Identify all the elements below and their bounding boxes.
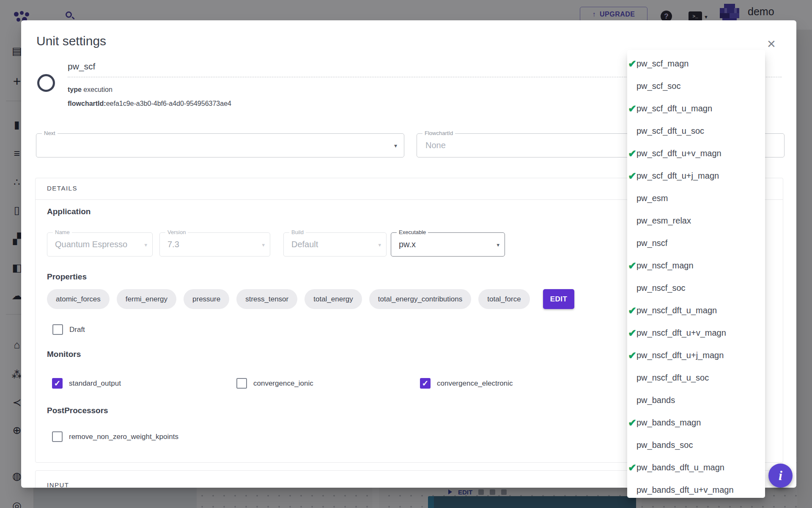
details-section-label: DETAILS	[47, 185, 77, 192]
check-icon: ✔	[628, 148, 636, 160]
postprocessor-label: remove_non_zero_weight_kpoints	[69, 433, 178, 441]
checkbox-checked-icon[interactable]: ✓	[420, 378, 431, 389]
menu-item[interactable]: ✔pw_scf_dft_u_magn	[627, 97, 765, 120]
unit-type-row: type execution	[68, 86, 112, 94]
menu-item-label: pw_scf_dft_u+v_magn	[636, 149, 721, 158]
flowchartid-value: eefa1c9e-a3b0-4bf6-a4d0-954956373ae4	[106, 100, 231, 107]
menu-item[interactable]: pw_esm	[627, 187, 765, 210]
property-chip[interactable]: total_energy	[304, 289, 362, 309]
menu-item[interactable]: ✔pw_scf_magn	[627, 52, 765, 75]
menu-item-label: pw_nscf_magn	[636, 261, 694, 271]
menu-item[interactable]: pw_nscf_dft_u_soc	[627, 367, 765, 389]
check-icon: ✔	[628, 417, 636, 429]
flowchartid-field-label: FlowchartId	[422, 130, 455, 136]
chevron-down-icon: ▾	[144, 242, 147, 248]
monitor-convergence-electronic[interactable]: ✓ convergence_electronic	[420, 378, 513, 389]
executable-value: pw.x	[399, 240, 416, 249]
menu-item[interactable]: pw_scf_soc	[627, 75, 765, 97]
menu-item-label: pw_bands_dft_u+v_magn	[636, 485, 734, 495]
menu-item[interactable]: ✔pw_nscf_dft_u+v_magn	[627, 322, 765, 344]
menu-item-label: pw_scf_dft_u+j_magn	[636, 171, 719, 181]
info-fab[interactable]: i	[768, 464, 793, 488]
menu-item-label: pw_bands_soc	[636, 440, 693, 450]
menu-item-label: pw_scf_soc	[636, 81, 681, 91]
build-label: Build	[289, 229, 306, 235]
checkbox-unchecked-icon[interactable]	[52, 324, 63, 335]
property-chip[interactable]: total_force	[478, 289, 529, 309]
menu-item[interactable]: ✔pw_nscf_dft_u_magn	[627, 299, 765, 322]
menu-item-label: pw_nscf_dft_u+j_magn	[636, 351, 724, 360]
application-version-select[interactable]: Version 7.3 ▾	[159, 232, 270, 257]
menu-item[interactable]: ✔pw_scf_dft_u+v_magn	[627, 142, 765, 165]
menu-item-label: pw_nscf	[636, 238, 667, 248]
flowchartid-field-value: None	[425, 141, 446, 150]
menu-item[interactable]: pw_nscf	[627, 232, 765, 254]
menu-item-label: pw_bands	[636, 395, 675, 405]
screen: ↑ UPGRADE ? >_ ▼ demo ▤ + ▮ ≡ ∴ ▯ ▞ ◧ ☁ …	[0, 0, 812, 508]
version-value: 7.3	[167, 240, 179, 249]
menu-item-label: pw_nscf_dft_u+v_magn	[636, 328, 726, 338]
check-icon: ✔	[628, 327, 636, 339]
check-icon: ✔	[628, 350, 636, 362]
unit-name: pw_scf	[68, 61, 95, 72]
menu-item-label: pw_esm_relax	[636, 216, 691, 226]
application-build-select[interactable]: Build Default ▾	[283, 232, 387, 257]
menu-item[interactable]: ✔pw_scf_dft_u+j_magn	[627, 165, 765, 187]
chevron-down-icon: ▾	[378, 242, 381, 248]
page-title: Unit settings	[36, 34, 106, 48]
monitor-label: standard_output	[69, 379, 121, 388]
postprocessors-heading: PostProcessors	[47, 406, 108, 415]
checkbox-unchecked-icon[interactable]	[236, 378, 247, 389]
close-icon[interactable]: ✕	[764, 36, 779, 52]
monitor-label: convergence_electronic	[437, 379, 513, 388]
application-heading: Application	[47, 207, 91, 216]
application-executable-select[interactable]: Executable pw.x ▾	[391, 232, 505, 257]
monitor-standard-output[interactable]: ✓ standard_output	[52, 378, 121, 389]
menu-item[interactable]: pw_bands	[627, 389, 765, 411]
next-select[interactable]: Next ▾	[36, 133, 404, 157]
menu-item-label: pw_scf_dft_u_magn	[636, 104, 712, 113]
check-icon: ✔	[628, 58, 636, 70]
checkbox-unchecked-icon[interactable]	[52, 431, 63, 442]
menu-item[interactable]: pw_bands_dft_u+v_magn	[627, 479, 765, 498]
draft-checkbox-row[interactable]: Draft	[52, 324, 85, 335]
properties-chip-row: atomic_forces fermi_energy pressure stre…	[47, 289, 574, 309]
menu-item[interactable]: ✔pw_nscf_magn	[627, 254, 765, 277]
unit-status-icon	[37, 74, 55, 92]
menu-item-label: pw_scf_magn	[636, 59, 689, 69]
unit-flowchartid-row: flowchartId:eefa1c9e-a3b0-4bf6-a4d0-9549…	[68, 100, 231, 108]
chevron-down-icon: ▾	[497, 242, 499, 248]
checkbox-checked-icon[interactable]: ✓	[52, 378, 63, 389]
menu-item-label: pw_nscf_dft_u_soc	[636, 373, 709, 383]
menu-item[interactable]: pw_esm_relax	[627, 210, 765, 232]
chevron-down-icon[interactable]: ▾	[394, 142, 397, 149]
application-name-select[interactable]: Name Quantum Espresso ▾	[47, 232, 153, 257]
version-label: Version	[165, 229, 188, 235]
edit-properties-button[interactable]: EDIT	[543, 289, 575, 309]
monitor-convergence-ionic[interactable]: convergence_ionic	[236, 378, 313, 389]
menu-item[interactable]: ✔pw_bands_dft_u_magn	[627, 456, 765, 479]
menu-item[interactable]: ✔pw_bands_magn	[627, 411, 765, 434]
property-chip[interactable]: stress_tensor	[236, 289, 297, 309]
executable-label: Executable	[397, 229, 428, 235]
menu-item[interactable]: pw_scf_dft_u_soc	[627, 120, 765, 142]
flowchart-units-menu: ✔pw_scf_magn pw_scf_soc ✔pw_scf_dft_u_ma…	[627, 50, 765, 498]
property-chip[interactable]: total_energy_contributions	[369, 289, 471, 309]
draft-label: Draft	[69, 326, 85, 334]
menu-item[interactable]: ✔pw_nscf_dft_u+j_magn	[627, 344, 765, 367]
type-value: execution	[82, 86, 112, 93]
property-chip[interactable]: fermi_energy	[117, 289, 176, 309]
menu-item[interactable]: pw_nscf_soc	[627, 277, 765, 299]
postprocessor-remove-kpoints[interactable]: remove_non_zero_weight_kpoints	[52, 431, 178, 442]
menu-item[interactable]: pw_bands_soc	[627, 434, 765, 456]
next-label: Next	[42, 130, 58, 136]
input-section-label: INPUT	[47, 481, 69, 488]
property-chip[interactable]: pressure	[184, 289, 229, 309]
name-value: Quantum Espresso	[55, 240, 127, 249]
property-chip[interactable]: atomic_forces	[47, 289, 110, 309]
build-value: Default	[291, 240, 318, 249]
menu-item-label: pw_nscf_soc	[636, 283, 686, 293]
type-label: type	[68, 86, 82, 93]
monitors-heading: Monitors	[47, 350, 81, 359]
monitor-label: convergence_ionic	[253, 379, 313, 388]
